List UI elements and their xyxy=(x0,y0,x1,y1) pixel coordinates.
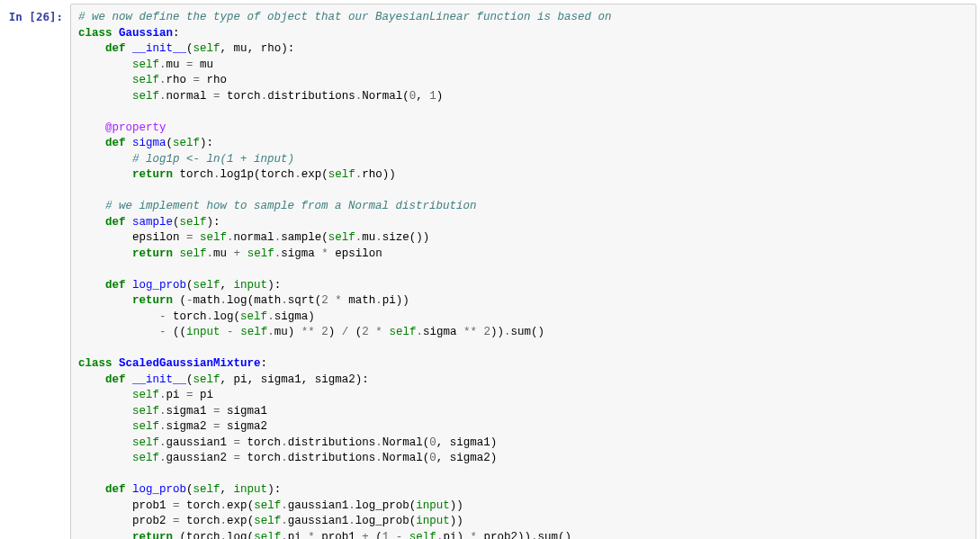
input-prompt: In [26]: xyxy=(4,4,70,24)
code-input-area[interactable]: # we now define the type of object that … xyxy=(70,4,976,539)
code-source[interactable]: # we now define the type of object that … xyxy=(78,10,968,539)
code-cell: In [26]: # we now define the type of obj… xyxy=(4,4,976,539)
